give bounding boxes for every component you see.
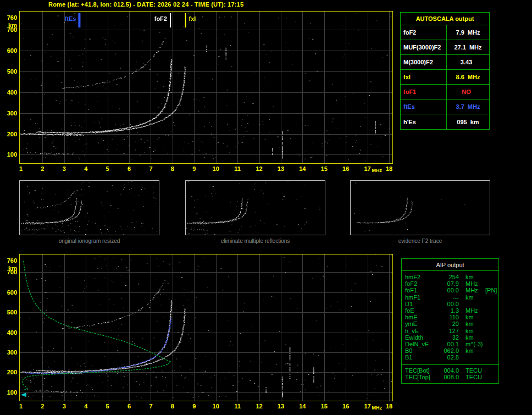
aip-row-b0: B0062.0km [402,347,498,354]
autoscala-row-fof2: foF2 7.9MHz [401,25,489,40]
y-tick-label: 100 [0,151,17,158]
ionogram-top-plot [19,11,393,164]
autoscala-row-value: 3.7MHz [447,103,489,110]
x-tick-label: 10 [211,403,221,410]
autoscala-row-label: ftEs [401,99,447,114]
aip-row-unit: km [459,274,484,280]
aip-row-note [484,347,498,354]
aip-row-fof2: foF207.9MHz [402,280,498,287]
autoscala-row-label: h'Es [401,114,447,129]
aip-row-value: 07.9 [438,280,459,287]
x-tick-label: 4 [81,403,91,410]
ionogram-top-canvas [20,12,392,163]
aip-row-label: h_vE [405,328,438,334]
aip-row-note [484,354,498,361]
y-tick-label: 600 [0,289,17,296]
aip-row-unit: TECU [459,367,484,374]
aip-row-label: B1 [405,354,438,361]
aip-row-tec-top: TEC[Top]008.0TECU [402,374,498,380]
y-axis-unit: km [0,22,17,29]
ionogram-bottom-canvas [20,254,392,401]
aip-row-unit: km [459,314,484,320]
aip-row-label: B0 [405,347,438,354]
x-tick-label: 15 [319,165,329,172]
aip-row-value: 00.1 [438,341,459,347]
autoscala-row-value: 7.9MHz [447,29,489,36]
aip-row-note [484,374,498,380]
autoscala-row-value: 8.6MHz [447,74,489,80]
x-tick-label: 8 [168,165,178,172]
aip-row-note [484,307,498,314]
aip-row-value: 32 [438,334,459,341]
aip-row-note [484,294,498,301]
aip-row-label: ymE [405,320,438,327]
aip-row-value: 254 [438,274,459,280]
x-tick-label: 1 [16,165,26,172]
autoscala-row-label: MUF(3000)F2 [401,40,447,54]
x-tick-label: 6 [124,165,134,172]
y-tick-label: 400 [0,329,17,336]
aip-tec-section: TEC[Bot]004.0TECU TEC[Top]008.0TECU [402,364,498,383]
aip-row-unit: km [459,320,484,327]
x-tick-label: 15 [319,403,329,410]
value-text: 3.43 [461,59,472,65]
value-text: NO [462,88,471,95]
aip-row-value: 00.0 [438,287,459,294]
autoscala-row-value: 095km [447,119,489,125]
x-tick-label: 7 [146,403,156,410]
thumbnail-caption: evidence F2 trace [350,238,490,244]
x-tick-label: 9 [189,165,199,172]
aip-row-note [484,328,498,334]
autoscala-row-value: NO [447,88,489,95]
thumbnail-caption: original ionogram resized [19,238,159,244]
autoscala-table-title: AUTOSCALA output [401,13,489,25]
x-tick-label: 12 [254,165,264,172]
aip-row-ewidth: Ewidth32km [402,334,498,341]
x-tick-label: 9 [189,403,199,410]
value-text: 3.7 [456,103,464,110]
aip-row-value: 20 [438,320,459,327]
aip-row-hme: hmE110km [402,314,498,320]
aip-row-label: Ewidth [405,334,438,341]
aip-row-unit [459,301,484,307]
thumbnail-original-ionogram [19,180,159,235]
x-axis-unit: MHz [372,405,382,411]
x-tick-label: 13 [276,165,286,172]
x-tick-label: 2 [37,403,47,410]
unit-text: MHz [468,29,480,36]
autoscala-row-fof1: foF1 NO [401,85,489,99]
x-tick-label: 14 [297,403,307,410]
aip-row-label: foF2 [405,280,438,287]
x-tick-label: 2 [37,165,47,172]
aip-row-note [484,334,498,341]
x-tick-label: 16 [341,165,351,172]
autoscala-row-hes: h'Es 095km [401,114,489,129]
aip-row-note [484,320,498,327]
y-tick-label: 400 [0,89,17,96]
x-tick-label: 7 [146,165,156,172]
x-tick-label: 10 [211,165,221,172]
aip-row-value: 00.0 [438,301,459,307]
aip-row-value: --- [438,294,459,301]
x-axis-unit: MHz [372,167,382,174]
aip-row-value: 062.0 [438,347,459,354]
aip-row-label: foE [405,307,438,314]
aip-row-note: [PN] [484,287,498,294]
y-tick-label: 100 [0,389,17,396]
y-tick-label: 760 [0,257,17,264]
aip-row-unit: MHz [459,307,484,314]
aip-row-note [484,341,498,347]
aip-row-note [484,367,498,374]
autoscala-row-muf3000f2: MUF(3000)F2 27.1MHz [401,40,489,55]
aip-row-d1: D100.0 [402,301,498,307]
aip-row-hmf2: hmF2254km [402,274,498,280]
aip-row-delnve: DelN_vE00.1m^(-3) [402,341,498,347]
value-text: 8.6 [456,74,464,80]
autoscala-row-value: 27.1MHz [447,44,489,51]
x-tick-label: 3 [59,165,69,172]
x-tick-label: 1 [16,403,26,410]
x-tick-label: 6 [124,403,134,410]
aip-row-label: foF1 [405,287,438,294]
aip-row-value: 110 [438,314,459,320]
ionogram-bottom-plot [19,254,393,401]
